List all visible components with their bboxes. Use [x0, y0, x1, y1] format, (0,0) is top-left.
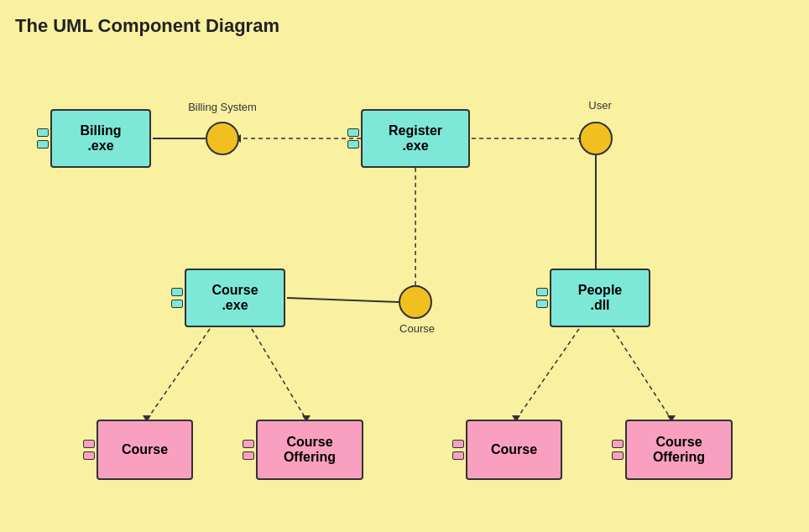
- register-port-2: [347, 140, 359, 149]
- course-exe-port-2: [171, 300, 183, 308]
- course-exe-component: Course.exe: [185, 269, 285, 327]
- course-offering2-port-2: [612, 451, 624, 460]
- course-offering1-label: CourseOffering: [284, 435, 336, 465]
- course-exe-ports: [171, 288, 183, 308]
- register-ports: [347, 128, 359, 149]
- register-component: Register.exe: [361, 109, 470, 168]
- course-offering2-component: CourseOffering: [625, 420, 733, 480]
- course1-label: Course: [122, 442, 168, 457]
- course2-component: Course: [466, 420, 562, 480]
- register-port-1: [347, 128, 359, 137]
- billing-port-1: [37, 128, 49, 137]
- billing-component: Billing.exe: [50, 109, 151, 168]
- course2-port-1: [452, 440, 464, 448]
- user-lollipop: [579, 122, 613, 155]
- course1-component: Course: [97, 420, 193, 480]
- course1-port-2: [83, 451, 95, 460]
- people-dll-label: People.dll: [578, 283, 622, 313]
- billing-port-2: [37, 140, 49, 149]
- svg-line-15: [613, 329, 671, 420]
- course-offering1-component: CourseOffering: [256, 420, 363, 480]
- course-offering1-port-1: [243, 440, 254, 448]
- svg-line-9: [147, 329, 210, 420]
- diagram-container: The UML Component Diagram: [0, 0, 809, 532]
- course-offering1-ports: [243, 440, 254, 460]
- people-dll-port-2: [536, 300, 548, 308]
- billing-label: Billing.exe: [81, 123, 122, 154]
- user-label: User: [583, 99, 617, 112]
- svg-line-13: [516, 329, 579, 420]
- billing-ports: [37, 128, 49, 149]
- course-exe-port-1: [171, 288, 183, 296]
- svg-line-11: [252, 329, 306, 420]
- course-offering1-port-2: [243, 451, 254, 460]
- people-dll-ports: [536, 288, 548, 308]
- people-dll-component: People.dll: [550, 269, 650, 327]
- course2-label: Course: [491, 442, 537, 457]
- course2-port-2: [452, 451, 464, 460]
- course-lollipop-label: Course: [396, 322, 438, 335]
- people-dll-port-1: [536, 288, 548, 296]
- course-exe-label: Course.exe: [211, 283, 258, 313]
- billing-system-lollipop: [206, 122, 239, 155]
- course-offering2-label: CourseOffering: [653, 435, 705, 465]
- course-lollipop: [399, 285, 432, 319]
- register-label: Register.exe: [389, 123, 442, 154]
- course2-ports: [452, 440, 464, 460]
- course1-ports: [83, 440, 95, 460]
- course1-port-1: [83, 440, 95, 448]
- course-offering2-ports: [612, 440, 624, 460]
- svg-line-8: [287, 298, 399, 302]
- course-offering2-port-1: [612, 440, 624, 448]
- diagram-title: The UML Component Diagram: [15, 15, 279, 37]
- billing-system-label: Billing System: [185, 101, 260, 113]
